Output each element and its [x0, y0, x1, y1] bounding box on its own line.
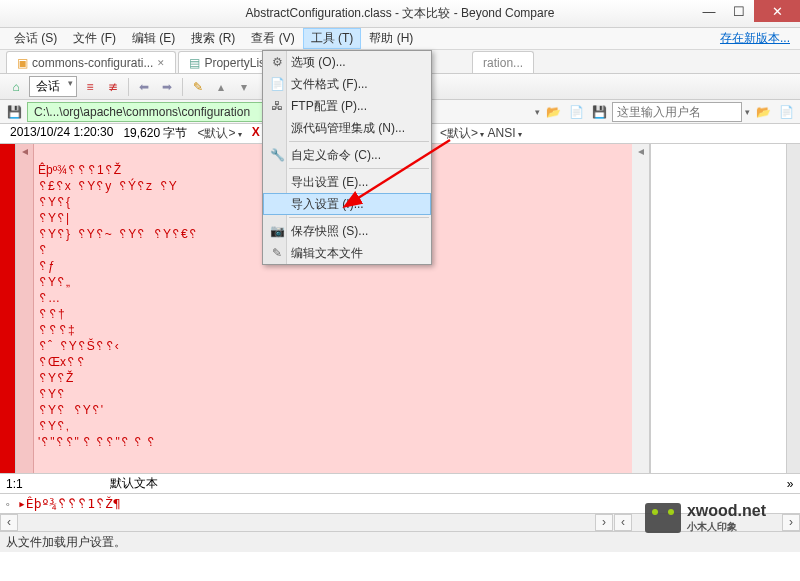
doc-icon: ▤ [189, 56, 200, 70]
status-message: 从文件加载用户设置。 [6, 534, 126, 551]
prev-diff-icon[interactable]: ▴ [211, 77, 231, 97]
gear-icon: ⚙ [269, 55, 285, 69]
menu-edit-text-file[interactable]: ✎编辑文本文件 [263, 242, 431, 264]
home-icon[interactable]: ⌂ [6, 77, 26, 97]
menu-export-settings[interactable]: 导出设置 (E)... [263, 171, 431, 193]
wrench-icon: 🔧 [269, 148, 285, 162]
menu-edit[interactable]: 编辑 (E) [124, 28, 183, 49]
menu-search[interactable]: 搜索 (R) [183, 28, 243, 49]
copy-left-icon[interactable]: ⬅ [134, 77, 154, 97]
maximize-button[interactable]: ☐ [724, 0, 754, 22]
window-title: AbstractConfiguration.class - 文本比较 - Bey… [246, 5, 555, 22]
editor-status-line: 1:1 默认文本 » [0, 474, 800, 494]
right-editor[interactable]: xwood.net小木人印象 [650, 144, 786, 473]
session-dropdown[interactable]: 会话 [29, 76, 77, 97]
file-tab[interactable]: ration... [472, 51, 534, 73]
diff-overview-left[interactable] [0, 144, 16, 473]
menu-options[interactable]: ⚙选项 (O)... [263, 51, 431, 73]
open-icon[interactable]: 📂 [753, 102, 773, 122]
menu-help[interactable]: 帮助 (H) [361, 28, 421, 49]
next-diff-icon[interactable]: ▾ [234, 77, 254, 97]
watermark: xwood.net小木人印象 [645, 502, 766, 534]
network-icon: 🖧 [269, 99, 285, 113]
save-icon[interactable]: 💾 [4, 102, 24, 122]
cursor-position: 1:1 [0, 477, 110, 491]
window-titlebar: AbstractConfiguration.class - 文本比较 - Bey… [0, 0, 800, 28]
scroll-left-icon[interactable]: ‹ [614, 514, 632, 531]
doc-icon: 📄 [269, 77, 285, 91]
line-gutter-left: ◂ [16, 144, 34, 473]
open-icon[interactable]: 📂 [543, 102, 563, 122]
encoding-left-dropdown[interactable]: <默认> [197, 125, 241, 142]
username-input[interactable] [612, 102, 742, 122]
menu-bar: 会话 (S) 文件 (F) 编辑 (E) 搜索 (R) 查看 (V) 工具 (T… [0, 28, 800, 50]
menu-view[interactable]: 查看 (V) [243, 28, 302, 49]
menu-save-snapshot[interactable]: 📷保存快照 (S)... [263, 220, 431, 242]
file-type: 默认文本 [110, 475, 780, 492]
menu-custom-commands[interactable]: 🔧自定义命令 (C)... [263, 144, 431, 166]
line-icon: ◦ [0, 497, 16, 511]
new-version-link[interactable]: 存在新版本... [720, 30, 790, 47]
menu-import-settings[interactable]: 导入设置 (I)... [263, 193, 431, 215]
menu-session[interactable]: 会话 (S) [6, 28, 65, 49]
tools-dropdown-menu: ⚙选项 (O)... 📄文件格式 (F)... 🖧FTP配置 (P)... 源代… [262, 50, 432, 265]
menu-scm[interactable]: 源代码管理集成 (N)... [263, 117, 431, 139]
file-size: 19,620 字节 [123, 125, 187, 142]
diff-icon[interactable]: ≢ [103, 77, 123, 97]
file-tab[interactable]: ▣commons-configurati...✕ [6, 51, 176, 73]
doc-icon[interactable]: 📄 [566, 102, 586, 122]
expand-icon[interactable]: » [780, 477, 800, 491]
scroll-right-icon[interactable]: › [595, 514, 613, 531]
menu-file-format[interactable]: 📄文件格式 (F)... [263, 73, 431, 95]
doc-icon[interactable]: 📄 [776, 102, 796, 122]
scroll-left-icon[interactable]: ‹ [0, 514, 18, 531]
save-icon[interactable]: 💾 [589, 102, 609, 122]
scroll-right-icon[interactable]: › [782, 514, 800, 531]
edit-icon: ✎ [269, 246, 285, 260]
menu-tools[interactable]: 工具 (T) [303, 28, 362, 49]
file-date: 2013/10/24 1:20:30 [10, 125, 113, 142]
status-bar: 从文件加载用户设置。 [0, 532, 800, 552]
line-gutter-right: ◂ [632, 144, 650, 473]
encoding-right-dropdown[interactable]: <默认> [440, 126, 484, 140]
diff-overview-right[interactable] [786, 144, 800, 473]
charset-dropdown[interactable]: ANSI [488, 126, 522, 140]
menu-ftp-config[interactable]: 🖧FTP配置 (P)... [263, 95, 431, 117]
robot-icon [645, 503, 681, 533]
bottom-preview-text: ▸Êþº¾␦␦␦1␦Ž¶ [16, 496, 121, 512]
camera-icon: 📷 [269, 224, 285, 238]
diff-all-icon[interactable]: ≡ [80, 77, 100, 97]
folder-icon: ▣ [17, 56, 28, 70]
close-icon[interactable]: ✕ [157, 58, 165, 68]
copy-right-icon[interactable]: ➡ [157, 77, 177, 97]
diff-marker: X [252, 125, 260, 142]
close-button[interactable]: ✕ [754, 0, 800, 22]
edit-icon[interactable]: ✎ [188, 77, 208, 97]
minimize-button[interactable]: — [694, 0, 724, 22]
menu-file[interactable]: 文件 (F) [65, 28, 124, 49]
